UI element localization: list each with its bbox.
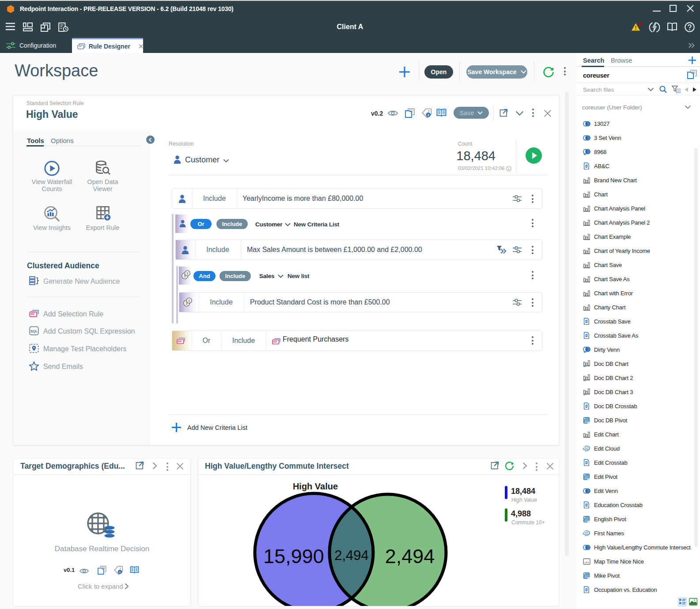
svg-text:SQL: SQL (30, 329, 38, 333)
svg-text:2,494: 2,494 (334, 548, 369, 563)
svg-text:15,990: 15,990 (263, 545, 324, 568)
svg-text:2,494: 2,494 (385, 545, 435, 568)
svg-text:High Value: High Value (293, 481, 338, 491)
svg-text:$: $ (186, 271, 189, 275)
svg-text:$: $ (188, 299, 190, 303)
svg-text:s: s (428, 113, 429, 117)
